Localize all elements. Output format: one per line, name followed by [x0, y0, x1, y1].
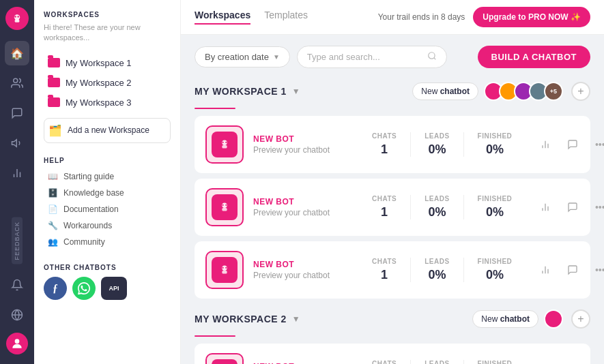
svg-point-17: [225, 142, 227, 143]
whatsapp-button[interactable]: [72, 277, 96, 300]
help-community[interactable]: 👥 Community: [44, 234, 171, 250]
workspaces-subtitle: Hi there! These are your new workspaces.…: [44, 22, 171, 44]
help-knowledge-base[interactable]: 🗄️ Knowledge base: [44, 185, 171, 201]
analytics-icon-2[interactable]: [535, 197, 556, 217]
help-documentation[interactable]: 📄 Documentation: [44, 201, 171, 217]
folder-icon-3: [48, 97, 60, 107]
chats-value-1: 1: [381, 142, 388, 157]
search-box[interactable]: Type and search...: [297, 46, 447, 68]
bot-name-1: NEW BOT: [253, 134, 349, 144]
svg-point-11: [15, 339, 20, 344]
chevron-down-icon: ▼: [273, 53, 280, 61]
tab-templates[interactable]: Templates: [264, 10, 308, 25]
bot-desc-1: Preview your chatbot: [253, 145, 349, 155]
workspace-item-3[interactable]: My Workspace 3: [44, 93, 171, 112]
app-logo[interactable]: [5, 7, 29, 30]
workspace-1-title: MY WORKSPACE 1: [195, 86, 287, 97]
bell-nav-icon[interactable]: [5, 273, 29, 297]
build-chatbot-button[interactable]: BUILD A CHATBOT: [478, 46, 590, 68]
workspace-2-collapse-icon[interactable]: ▼: [292, 314, 300, 324]
workspace-1-header-left: MY WORKSPACE 1 ▼: [195, 86, 300, 97]
workspace-1-avatar-group: +5: [484, 82, 563, 101]
workspace-2-title: MY WORKSPACE 2: [195, 314, 287, 324]
more-icon-2[interactable]: •••: [590, 197, 604, 217]
help-section-title: HELP: [44, 157, 171, 164]
stat-leads-1: LEADS 0%: [411, 132, 463, 157]
workspace-label-3: My Workspace 3: [66, 97, 132, 108]
workspace-1-collapse-icon[interactable]: ▼: [292, 87, 300, 96]
top-bar: Workspaces Templates Your trail ends in …: [181, 0, 604, 35]
other-chatbots-section: OTHER CHATBOTS ƒ API: [44, 264, 171, 300]
bot-icon-3: [212, 257, 238, 283]
top-tabs: Workspaces Templates: [195, 10, 308, 25]
folder-icon-2: [48, 78, 60, 87]
community-label: Community: [63, 237, 105, 247]
analytics-icon-3[interactable]: [535, 260, 556, 280]
chat-icon-1[interactable]: [562, 134, 583, 155]
workspace-1-new-chatbot-button[interactable]: New chatbot: [412, 82, 478, 100]
user-avatar[interactable]: [6, 333, 28, 354]
main-content: Workspaces Templates Your trail ends in …: [181, 0, 604, 364]
more-icon-3[interactable]: •••: [590, 260, 604, 280]
svg-line-13: [434, 58, 436, 60]
sort-filter[interactable]: By creation date ▼: [195, 46, 290, 67]
svg-point-12: [429, 52, 435, 59]
add-workspace-button[interactable]: 🗂️ Add a new Workspace: [44, 118, 171, 143]
bot-info-1: NEW BOT Preview your chatbot: [253, 134, 349, 155]
search-placeholder: Type and search...: [307, 52, 380, 62]
workspace-item-1[interactable]: My Workspace 1: [44, 53, 171, 73]
chat-nav-icon[interactable]: [5, 101, 29, 125]
chatbot-icons-group: ƒ API: [44, 277, 171, 300]
workspace-2-divider: [195, 335, 235, 337]
workspace-1-header: MY WORKSPACE 1 ▼ New chatbot +5 +: [195, 82, 590, 101]
workspace-1-divider: [195, 108, 235, 109]
chat-icon-2[interactable]: [562, 197, 583, 217]
avatar-5: +5: [544, 82, 563, 101]
analytics-icon-1[interactable]: [535, 134, 556, 155]
documentation-label: Documentation: [63, 204, 119, 214]
facebook-messenger-button[interactable]: ƒ: [44, 277, 67, 300]
knowledge-base-label: Knowledge base: [63, 188, 124, 198]
svg-point-23: [222, 204, 224, 206]
tab-workspaces[interactable]: Workspaces: [195, 10, 250, 25]
workspace-2-header: MY WORKSPACE 2 ▼ New chatbot +: [195, 309, 590, 329]
book-icon: 📖: [48, 172, 58, 181]
add-member-button-1[interactable]: +: [571, 82, 590, 101]
add-workspace-label: Add a new Workspace: [68, 125, 149, 135]
add-member-button-2[interactable]: +: [571, 309, 590, 329]
icon-sidebar: 🏠 FEEDBACK: [0, 0, 34, 364]
add-workspace-icon: 🗂️: [48, 124, 62, 137]
trial-text: Your trail ends in 8 days: [378, 12, 465, 22]
workspace-2-header-left: MY WORKSPACE 2 ▼: [195, 314, 300, 324]
help-starting-guide[interactable]: 📖 Starting guide: [44, 168, 171, 185]
bot-icon-wrap-ws2-1: [205, 353, 244, 364]
chats-label-1: CHATS: [372, 132, 397, 140]
feedback-button[interactable]: FEEDBACK: [12, 217, 23, 264]
home-nav-icon[interactable]: 🏠: [5, 41, 29, 65]
stat-finished-2: FINISHED 0%: [464, 195, 526, 219]
workspace-item-2[interactable]: My Workspace 2: [44, 73, 171, 93]
svg-point-31: [225, 267, 227, 269]
svg-marker-5: [12, 140, 17, 147]
svg-rect-22: [222, 208, 227, 211]
chatbot-label-span: chatbot: [440, 87, 470, 96]
chat-icon-3[interactable]: [562, 260, 583, 280]
svg-point-2: [14, 16, 16, 18]
finished-value-1: 0%: [486, 142, 504, 157]
upgrade-button[interactable]: Upgrade to PRO NOW ✨: [473, 7, 590, 27]
workspace-section-2: MY WORKSPACE 2 ▼ New chatbot +: [195, 309, 590, 364]
chart-nav-icon[interactable]: [5, 161, 29, 185]
globe-nav-icon[interactable]: [5, 303, 29, 327]
api-button[interactable]: API: [101, 277, 127, 300]
bot-name-2: NEW BOT: [253, 197, 349, 207]
more-icon-1[interactable]: •••: [590, 134, 604, 155]
leads-value-1: 0%: [428, 142, 446, 157]
megaphone-nav-icon[interactable]: [5, 131, 29, 155]
users-nav-icon[interactable]: [5, 71, 29, 95]
bot-stats-ws2-1: CHATS 1 LEADS 0% FINISHED 0%: [358, 360, 526, 364]
svg-point-16: [222, 142, 224, 143]
help-workarounds[interactable]: 🔧 Workarounds: [44, 217, 171, 234]
workspace-2-new-chatbot-button[interactable]: New chatbot: [472, 310, 538, 328]
database-icon: 🗄️: [48, 188, 58, 198]
doc-icon: 📄: [48, 204, 58, 214]
